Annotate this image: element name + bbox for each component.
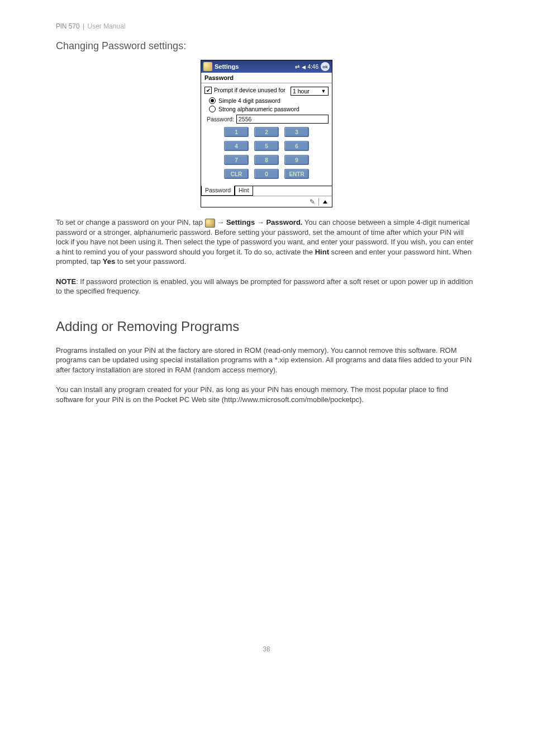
radio-simple-label: Simple 4 digit password (218, 97, 280, 104)
volume-icon[interactable] (302, 64, 306, 70)
paragraph-programs-rom: Programs installed on your PiN at the fa… (56, 346, 477, 375)
radio-strong-row: Strong alphanumeric password (209, 106, 329, 112)
status-icons: 4:46 (295, 64, 318, 70)
keypad: 1 2 3 4 5 6 7 8 9 CLR 0 ENTR (204, 127, 329, 179)
select-value: 1 hour (293, 88, 310, 94)
titlebar-title: Settings (215, 63, 295, 70)
p1-post3: to set your password. (115, 257, 186, 266)
section-heading-password: Changing Password settings: (56, 40, 477, 52)
screen-title: Password (201, 73, 332, 83)
dropdown-arrow-icon: ▼ (320, 88, 327, 94)
key-0[interactable]: 0 (254, 169, 279, 179)
key-6[interactable]: 6 (284, 141, 309, 151)
password-label: Password: (207, 116, 234, 122)
page-number: 38 (56, 645, 477, 653)
key-7[interactable]: 7 (224, 155, 249, 165)
clock: 4:46 (308, 64, 318, 70)
tabs: Password Hint (201, 186, 332, 196)
radio-simple-row: Simple 4 digit password (209, 97, 329, 104)
section-heading-programs: Adding or Removing Programs (56, 319, 477, 334)
content-area: Prompt if device unused for 1 hour ▼ Sim… (201, 83, 332, 186)
bottom-bar: ✎ (201, 196, 332, 207)
paragraph-programs-install: You can install any program created for … (56, 385, 477, 404)
inline-start-icon (205, 219, 215, 228)
page-header: PiN 570 | User Manual (56, 22, 477, 30)
password-value: 2556 (239, 116, 251, 122)
header-divider: | (82, 22, 85, 30)
tab-password[interactable]: Password (201, 186, 235, 196)
key-8[interactable]: 8 (254, 155, 279, 165)
note-label: NOTE (56, 277, 76, 286)
start-icon[interactable] (203, 62, 212, 71)
p1-arrow1: → (215, 218, 226, 226)
password-input[interactable]: 2556 (236, 115, 329, 124)
key-entr[interactable]: ENTR (284, 169, 309, 179)
product-name: PiN 570 (56, 22, 80, 30)
prompt-row: Prompt if device unused for 1 hour ▼ (204, 87, 329, 96)
password-row: Password: 2556 (207, 115, 329, 124)
radio-strong-label: Strong alphanumeric password (218, 106, 299, 112)
p1-password: Password. (266, 218, 302, 226)
paragraph-note: NOTE: If password protection is enabled,… (56, 277, 477, 296)
key-1[interactable]: 1 (224, 127, 249, 137)
sip-icon[interactable]: ✎ (307, 198, 317, 206)
tab-hint[interactable]: Hint (235, 186, 253, 196)
key-2[interactable]: 2 (254, 127, 279, 137)
sip-up-icon[interactable] (320, 198, 330, 206)
device-screenshot: Settings 4:46 ok Password Prompt if devi… (201, 60, 332, 207)
key-clr[interactable]: CLR (224, 169, 249, 179)
titlebar: Settings 4:46 ok (201, 60, 332, 73)
prompt-label: Prompt if device unused for (214, 87, 288, 93)
doc-type: User Manual (88, 22, 126, 30)
p1-yes: Yes (103, 257, 115, 266)
radio-simple[interactable] (209, 97, 216, 104)
p1-settings: Settings (226, 218, 255, 226)
radio-strong[interactable] (209, 106, 216, 112)
key-5[interactable]: 5 (254, 141, 279, 151)
ok-button[interactable]: ok (321, 62, 330, 71)
paragraph-set-password: To set or change a password on your PiN,… (56, 218, 477, 267)
p1-hint: Hint (315, 248, 329, 256)
unused-time-select[interactable]: 1 hour ▼ (291, 87, 329, 96)
key-4[interactable]: 4 (224, 141, 249, 151)
note-text: : If password protection is enabled, you… (56, 277, 473, 296)
key-9[interactable]: 9 (284, 155, 309, 165)
p1-pre: To set or change a password on your PiN,… (56, 218, 205, 226)
prompt-checkbox[interactable] (204, 87, 212, 94)
key-3[interactable]: 3 (284, 127, 309, 137)
p1-arrow2: → (255, 218, 266, 226)
connectivity-icon[interactable] (295, 64, 299, 70)
